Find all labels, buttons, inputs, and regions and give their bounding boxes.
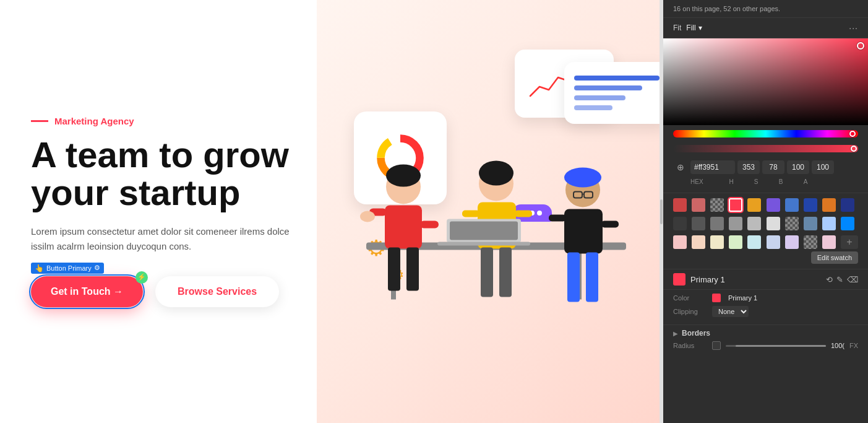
alpha-slider[interactable] bbox=[673, 145, 858, 152]
swatch-3-4[interactable] bbox=[729, 235, 742, 249]
primary-color-swatch[interactable] bbox=[673, 273, 685, 286]
panel-top-info: 16 on this page, 52 on other pages. bbox=[663, 0, 868, 18]
primary-edit-button[interactable]: ✎ bbox=[836, 275, 843, 284]
svg-point-17 bbox=[479, 161, 513, 186]
swatch-2-4[interactable] bbox=[729, 217, 742, 230]
swatch-2-9[interactable] bbox=[822, 217, 836, 230]
divider-handle bbox=[660, 199, 663, 224]
swatch-add-button[interactable]: + bbox=[841, 235, 858, 249]
svg-rect-32 bbox=[586, 253, 598, 302]
swatch-checkered-2[interactable] bbox=[785, 217, 799, 230]
eyedropper-button[interactable]: ⊕ bbox=[673, 160, 688, 175]
svg-rect-13 bbox=[388, 248, 400, 291]
swatch-2-1[interactable] bbox=[673, 217, 687, 230]
fit-fill-row: Fit Fill ▾ ··· bbox=[663, 18, 868, 38]
swatch-3-7[interactable] bbox=[785, 235, 799, 249]
b-input[interactable] bbox=[787, 160, 809, 174]
alpha-cursor bbox=[851, 146, 857, 152]
right-panel: 16 on this page, 52 on other pages. Fit … bbox=[663, 0, 868, 423]
lightning-badge: ⚡ bbox=[135, 271, 148, 284]
borders-section-title: Borders bbox=[682, 329, 710, 338]
swatch-1-7[interactable] bbox=[785, 198, 799, 212]
panel-dots[interactable]: ··· bbox=[849, 23, 858, 33]
cursor-icon: 👆 bbox=[35, 264, 44, 273]
swatch-1-1[interactable] bbox=[673, 198, 687, 212]
swatch-2-8[interactable] bbox=[804, 217, 817, 230]
clipping-prop-label: Clipping bbox=[673, 308, 707, 315]
swatch-3-2[interactable] bbox=[692, 235, 705, 249]
radius-slider[interactable] bbox=[726, 345, 826, 347]
marketing-label-row: Marketing Agency bbox=[31, 116, 322, 126]
svg-point-9 bbox=[386, 165, 421, 187]
btn-selection-label: 👆 Button Primary ⚙ bbox=[31, 263, 104, 274]
radius-value-text: 100( bbox=[831, 342, 844, 349]
swatch-1-10[interactable] bbox=[841, 198, 854, 212]
primary-section: Primary 1 ⟲ ✎ ⌫ bbox=[663, 269, 868, 289]
get-in-touch-button[interactable]: Get in Touch → bbox=[31, 276, 143, 307]
borders-section-header: ▶ Borders bbox=[673, 329, 858, 338]
hue-slider[interactable] bbox=[673, 130, 858, 137]
swatches-grid-3: + bbox=[663, 233, 868, 251]
hero-title-line1: A team to grow bbox=[31, 134, 289, 175]
primary-cycle-button[interactable]: ⟲ bbox=[826, 275, 833, 284]
svg-rect-34 bbox=[450, 222, 518, 240]
swatch-primary-selected[interactable] bbox=[729, 198, 742, 212]
swatch-3-3[interactable] bbox=[710, 235, 724, 249]
swatch-1-8[interactable] bbox=[804, 198, 817, 212]
label-dash bbox=[31, 120, 48, 122]
clipping-dropdown[interactable]: None bbox=[712, 306, 749, 317]
browse-services-button[interactable]: Browse Services bbox=[155, 276, 279, 307]
swatch-3-5[interactable] bbox=[747, 235, 761, 249]
primary-actions: ⟲ ✎ ⌫ bbox=[826, 275, 858, 284]
svg-rect-30 bbox=[601, 221, 619, 228]
svg-rect-12 bbox=[420, 221, 439, 229]
swatch-2-10[interactable] bbox=[841, 217, 854, 230]
radius-checkbox[interactable] bbox=[712, 341, 721, 350]
svg-rect-31 bbox=[567, 253, 580, 302]
swatch-1-9[interactable] bbox=[822, 198, 836, 212]
swatch-3-9[interactable] bbox=[822, 235, 836, 249]
swatch-1-2[interactable] bbox=[692, 198, 705, 212]
swatch-1-5[interactable] bbox=[747, 198, 761, 212]
svg-rect-21 bbox=[481, 248, 493, 297]
primary-delete-button[interactable]: ⌫ bbox=[847, 275, 858, 284]
borders-section: ▶ Borders Radius 100( FX bbox=[663, 325, 868, 354]
swatch-3-6[interactable] bbox=[767, 235, 780, 249]
swatch-2-5[interactable] bbox=[747, 217, 761, 230]
svg-rect-28 bbox=[564, 209, 603, 254]
svg-point-15 bbox=[360, 211, 375, 222]
radius-slider-fill bbox=[736, 345, 826, 347]
btn-primary-wrapper: 👆 Button Primary ⚙ ⚡ Get in Touch → bbox=[31, 276, 143, 307]
mode-labels-row: HEX H S B A bbox=[663, 177, 868, 190]
buttons-row: 👆 Button Primary ⚙ ⚡ Get in Touch → Brow… bbox=[31, 276, 322, 307]
swatch-3-1[interactable] bbox=[673, 235, 687, 249]
swatch-2-6[interactable] bbox=[767, 217, 780, 230]
swatch-checkered-1[interactable] bbox=[710, 198, 724, 212]
fill-label-text: Fill bbox=[686, 24, 695, 32]
panel-top-info-text: 16 on this page, 52 on other pages. bbox=[673, 5, 780, 12]
radius-row: Radius 100( FX bbox=[673, 341, 858, 350]
h-input[interactable] bbox=[737, 160, 760, 174]
illustration-area: ⚙ ⚙ bbox=[317, 0, 663, 423]
a-input[interactable] bbox=[812, 160, 834, 174]
edit-swatch-tooltip: Edit swatch bbox=[673, 251, 858, 264]
swatch-checkered-3[interactable] bbox=[804, 235, 817, 249]
swatch-1-6[interactable] bbox=[767, 198, 780, 212]
s-input[interactable] bbox=[762, 160, 784, 174]
swatch-2-2[interactable] bbox=[692, 217, 705, 230]
marketing-label-text: Marketing Agency bbox=[54, 116, 134, 126]
hex-input[interactable] bbox=[690, 160, 735, 174]
fit-label: Fit bbox=[673, 24, 681, 32]
svg-rect-35 bbox=[437, 242, 530, 246]
svg-rect-29 bbox=[549, 215, 566, 222]
color-prop-row: Color Primary 1 bbox=[673, 294, 858, 302]
swatch-2-3[interactable] bbox=[710, 217, 724, 230]
hero-content: Marketing Agency A team to grow your sta… bbox=[12, 0, 334, 423]
color-swatch-inline bbox=[712, 294, 721, 302]
fill-dropdown[interactable]: Fill ▾ bbox=[686, 24, 702, 32]
swatches-grid-2 bbox=[663, 214, 868, 233]
radius-unit-text: FX bbox=[849, 342, 858, 349]
properties-section: Color Primary 1 Clipping None bbox=[663, 289, 868, 325]
clipping-prop-row: Clipping None bbox=[673, 306, 858, 317]
color-picker-gradient[interactable] bbox=[663, 38, 868, 125]
